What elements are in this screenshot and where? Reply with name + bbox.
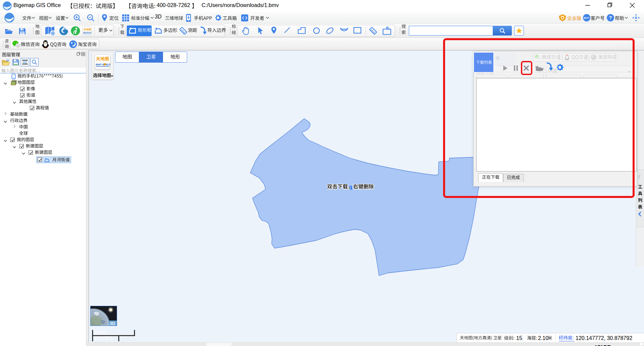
svg-text:?: ? [609, 15, 612, 20]
svg-text:MAP W RLD: MAP W RLD [83, 32, 92, 33]
svg-text:3D: 3D [110, 321, 115, 326]
svg-text:MAP W RLD: MAP W RLD [96, 63, 110, 66]
svg-text:BUY!: BUY! [584, 17, 589, 19]
